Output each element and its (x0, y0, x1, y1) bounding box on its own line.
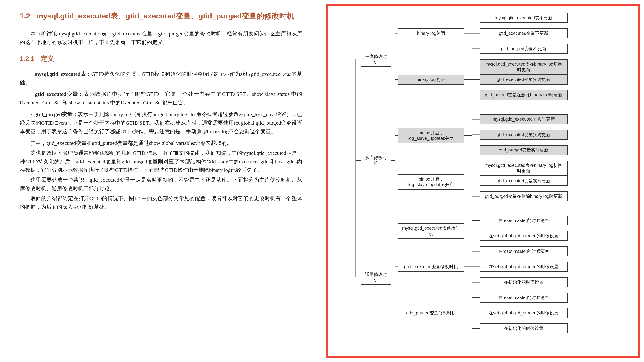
tree-node: mysql.gtid_executed表修改时机 (398, 223, 464, 239)
section-number: 1.2 (20, 12, 30, 20)
tree-node: 在set global gitd_purged的时候设置 (480, 262, 568, 272)
tree-node: mysql.gtid_executed表不更新 (480, 13, 568, 23)
subsection-heading: 1.2.1定义 (20, 54, 302, 63)
section-title-text: mysql.gtid_executed表、gtid_executed变量、gti… (36, 12, 294, 20)
text-column: 1.2mysql.gtid_executed表、gtid_executed变量、… (0, 0, 322, 362)
tree-node: gtid_executed变量实时更新 (480, 176, 568, 186)
tree-node: gtid_executed变量实时更新 (480, 75, 568, 84)
tree-node: 在初始化的时候设置 (480, 324, 568, 333)
paragraph: 这也是数据库管理员通常能够观察到的几种 GTID 信息，有了前文的描述，我们知道… (20, 149, 302, 175)
tree-node: mysql.gtid_executed表在binary log切换时更新 (480, 161, 568, 176)
tree-node: gtid_purged变量实时更新 (480, 145, 568, 155)
tree-node: gtid_executed变量修改时机 (398, 262, 464, 272)
tree-node: 在reset master的时候清空 (480, 246, 568, 256)
tree-node: 在set global gitd_purged的时候设置 (480, 231, 568, 241)
definition-item: · gtid_executed变量：表示数据库中执行了哪些GTID，它是一个处于… (20, 90, 302, 107)
paragraph: 这里需要达成一个共识：gtid_executed变量一定是实时更新的，不管是主库… (20, 176, 302, 193)
tree-node: 在初始化的时候设置 (480, 277, 568, 287)
tree-node: mysql.gtid_executed表实时更新 (480, 114, 568, 124)
tree-node: 在set global gitd_purged的时候设置 (480, 308, 568, 318)
tree-node: gtid_executed变量不更新 (480, 28, 568, 38)
paragraph: 本节将讨论mysql.gtid_executed表、gtid_executed变… (20, 29, 302, 47)
tree-node: gtid_purged变量修改时机 (398, 308, 464, 318)
paragraph: 后面的介绍都约定在打开GTID的情况下。图1-1中的灰色部分为常见的配置，读者可… (20, 194, 302, 211)
tree-node: mysql.gtid_executed表在binary log切换时更新 (480, 59, 568, 75)
tree-node: 主库修改时机 (360, 51, 392, 67)
definition-item: · mysql.gtid_executed表：GTID持久化的介质，GTID模块… (20, 70, 302, 87)
paragraph: 其中，gtid_executed变量和gtid_purged变量都是通过show… (20, 139, 302, 148)
tree-node: binary log 打开 (398, 75, 464, 84)
tree-node: gtid_executed变量实时更新 (480, 130, 568, 140)
tree-node: gtid_purged变量在删除binary log时更新 (480, 191, 568, 201)
tree-node: gtid_purged变量不更新 (480, 44, 568, 54)
subsection-number: 1.2.1 (20, 55, 34, 62)
subsection-title-text: 定义 (41, 55, 54, 62)
figure-pane: mysql.gtid_executed表不更新gtid_executed变量不更… (322, 0, 644, 362)
tree-node: 从库修改时机 (360, 153, 392, 168)
tree-node: binary log关闭 (398, 28, 464, 38)
tree-diagram: mysql.gtid_executed表不更新gtid_executed变量不更… (330, 11, 632, 351)
tree-node: 在reset master的时候清空 (480, 216, 568, 226)
definition-item: · gtid_purged变量：表示由于删除binary log（如执行purg… (20, 110, 302, 136)
tree-node: 通用修改时机 (360, 270, 392, 285)
tree-node: 在reset master的时候清空 (480, 293, 568, 303)
section-heading: 1.2mysql.gtid_executed表、gtid_executed变量、… (20, 11, 302, 21)
tree-node: binlog开启，log_slave_updates开启 (398, 174, 464, 190)
tree-node: gtid_purged变量在删除binary log时更新 (480, 90, 568, 100)
figure-frame: mysql.gtid_executed表不更新gtid_executed变量不更… (326, 4, 640, 358)
tree-node: binlog开启，log_slave_updates关闭 (398, 128, 464, 143)
